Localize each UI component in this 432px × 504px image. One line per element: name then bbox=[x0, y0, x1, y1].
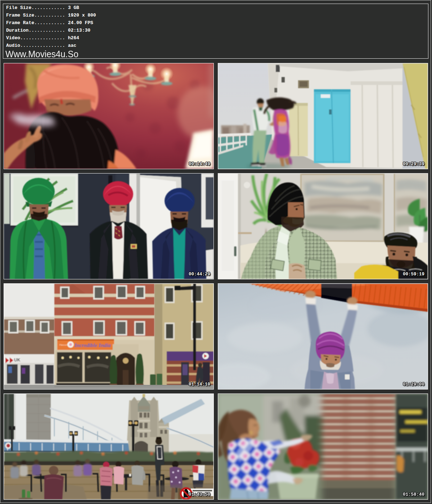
svg-text:Dining: Dining bbox=[105, 343, 112, 345]
svg-text:Flavours: Flavours bbox=[59, 344, 68, 346]
svg-text:UK: UK bbox=[14, 357, 21, 363]
